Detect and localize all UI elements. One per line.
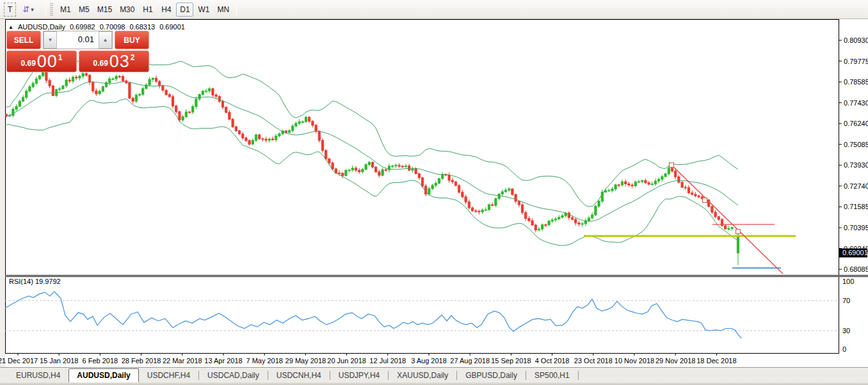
collapse-panel-icon[interactable]: ▲ — [8, 24, 13, 30]
candle-body — [301, 122, 303, 122]
candle-body — [668, 168, 670, 174]
sell-button[interactable]: SELL — [6, 31, 41, 49]
candle-body — [109, 79, 111, 82]
candle-body — [22, 97, 24, 101]
candle-body — [102, 87, 104, 91]
timeframe-button-m15[interactable]: M15 — [94, 3, 115, 17]
chart-tab-xauusd-daily[interactable]: XAUUSD,Daily — [389, 368, 456, 382]
candle-body — [35, 79, 37, 83]
candle-body — [292, 126, 294, 130]
rsi-level-label: 100 — [842, 278, 854, 285]
candle-body — [305, 117, 307, 122]
candle-body — [15, 106, 17, 109]
candle-body — [45, 72, 47, 81]
candle-body — [418, 174, 420, 178]
candle-body — [242, 134, 244, 138]
price-axis-label: 0.78585 — [844, 78, 868, 86]
candle-body — [115, 77, 117, 79]
candle-body — [185, 112, 187, 116]
candle-body — [481, 210, 483, 212]
candle-body — [451, 180, 453, 182]
candle-body — [395, 165, 397, 166]
candle-body — [548, 221, 550, 225]
volume-decrease-button[interactable]: ▼ — [44, 31, 57, 49]
chart-tab-audusd-daily[interactable]: AUDUSD,Daily — [68, 368, 138, 382]
candle-body — [495, 199, 497, 206]
candle-body — [268, 139, 270, 140]
candle-body — [501, 192, 503, 194]
top-toolbar: T ⇵ ▾ M1M5M15M30H1H4D1W1MN — [0, 0, 868, 19]
candle-body — [608, 191, 610, 191]
timeframe-button-m5[interactable]: M5 — [76, 3, 93, 17]
candle-body — [358, 170, 360, 171]
buy-price-box[interactable]: 0.69 03 2 — [79, 51, 149, 72]
chart-tab-usdcad-daily[interactable]: USDCAD,Daily — [199, 368, 268, 382]
date-axis-label: 29 Nov 2018 — [655, 357, 695, 365]
candle-body — [298, 122, 300, 123]
candle-body — [188, 112, 190, 113]
candle-body — [218, 97, 220, 102]
volume-input[interactable]: 0.01 — [57, 31, 99, 49]
toolbar-grip[interactable] — [50, 3, 53, 16]
buy-button[interactable]: BUY — [115, 31, 149, 49]
candle-body — [138, 95, 140, 95]
sell-price-sup: 1 — [58, 53, 63, 62]
candle-body — [165, 90, 167, 95]
chart-tab-usdchf-h4[interactable]: USDCHF,H4 — [139, 368, 198, 382]
chevron-down-icon: ▾ — [31, 6, 34, 13]
candle-body — [338, 173, 340, 173]
date-axis-label: 3 Aug 2018 — [411, 357, 447, 365]
candle-body — [82, 74, 84, 76]
objects-tool-button[interactable]: ⇵ ▾ — [19, 3, 37, 17]
candle-body — [714, 212, 716, 217]
candle-body — [458, 185, 460, 192]
candle-body — [581, 224, 583, 224]
trendline-anchor-handle[interactable] — [670, 163, 674, 168]
price-axis-label: 0.70395 — [844, 224, 868, 232]
candle-body — [538, 229, 540, 230]
candle-body — [351, 168, 353, 170]
volume-spinner: ▼ 0.01 ▲ — [43, 31, 113, 49]
chart-tab-sp500-h1[interactable]: SP500,H1 — [526, 368, 578, 382]
candle-body — [488, 205, 490, 210]
trendline-anchor-handle[interactable] — [736, 230, 741, 234]
timeframe-button-d1[interactable]: D1 — [176, 3, 193, 17]
ohlc-close: 0.69001 — [159, 23, 185, 31]
candle-body — [52, 86, 54, 95]
buy-price-big: 03 — [109, 53, 130, 70]
timeframe-button-h1[interactable]: H1 — [139, 3, 156, 17]
chart-area[interactable]: 0.809300.797750.785850.774300.762400.750… — [0, 19, 868, 367]
trendline-anchor-handle[interactable] — [703, 198, 707, 203]
text-tool-button[interactable]: T — [4, 3, 16, 17]
timeframe-button-mn[interactable]: MN — [214, 3, 232, 17]
chart-tab-usdcnh-h4[interactable]: USDCNH,H4 — [268, 368, 330, 382]
candle-body — [79, 76, 81, 78]
candle-body — [421, 178, 423, 186]
price-axis-label: 0.75085 — [844, 141, 868, 148]
candle-body — [575, 219, 577, 223]
candle-body — [225, 107, 227, 113]
sell-price-box[interactable]: 0.69 00 1 — [6, 51, 77, 72]
date-axis-label: 15 Sep 2018 — [491, 357, 531, 365]
one-click-trade-panel: SELL ▼ 0.01 ▲ BUY 0.69 00 1 0.69 03 2 — [6, 31, 149, 72]
chart-tab-eurusd-h4[interactable]: EURUSD,H4 — [8, 368, 68, 382]
timeframe-button-w1[interactable]: W1 — [195, 3, 213, 17]
chart-tab-gbpusd-daily[interactable]: GBPUSD,Daily — [457, 368, 526, 382]
candle-body — [442, 175, 444, 178]
candle-body — [248, 141, 250, 144]
mt4-window: T ⇵ ▾ M1M5M15M30H1H4D1W1MN 0.809300.7977… — [0, 0, 868, 385]
candle-body — [76, 77, 77, 78]
timeframe-button-m1[interactable]: M1 — [57, 3, 74, 17]
candle-body — [85, 74, 87, 75]
volume-increase-button[interactable]: ▲ — [99, 31, 112, 49]
rsi-indicator-label: RSI(14) 19.9792 — [9, 278, 61, 285]
candle-body — [288, 130, 290, 132]
timeframe-button-h4[interactable]: H4 — [157, 3, 175, 17]
timeframe-button-m30[interactable]: M30 — [117, 3, 138, 17]
date-axis-label: 7 May 2018 — [246, 357, 282, 365]
candle-body — [511, 189, 513, 194]
candle-body — [492, 205, 494, 205]
candle-body — [232, 119, 234, 127]
chart-tab-usdjpy-h4[interactable]: USDJPY,H4 — [330, 368, 388, 382]
date-axis-label: 6 Feb 2018 — [83, 357, 118, 365]
